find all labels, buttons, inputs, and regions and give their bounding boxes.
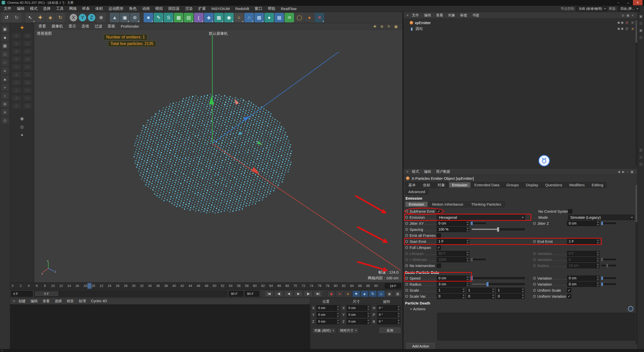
- palette-slot-16[interactable]: □: [23, 87, 32, 93]
- viewport-solo-icon[interactable]: ◎: [1, 100, 9, 108]
- layout-tab-icon-1[interactable]: ▣: [639, 14, 643, 19]
- anim-dot[interactable]: [405, 210, 408, 213]
- coord-field[interactable]: 0 °: [377, 312, 400, 318]
- anim-dot[interactable]: [405, 295, 408, 298]
- goto-start-button[interactable]: |◀: [264, 291, 273, 297]
- menu-item-11[interactable]: 动画: [139, 6, 152, 12]
- object-row-圆柱[interactable]: ▮圆柱✓●: [404, 26, 637, 32]
- close-button[interactable]: ✕: [633, 0, 642, 5]
- layout-tab-icon-4[interactable]: □: [639, 35, 643, 40]
- object-menu-5[interactable]: 标签: [458, 13, 470, 18]
- menu-item-9[interactable]: 运动图形: [106, 6, 126, 12]
- scale-3-field[interactable]: 1: [496, 288, 525, 293]
- viewport-tool-icon-2[interactable]: ⊕: [379, 24, 385, 29]
- dock-tab-icon-3[interactable]: □: [639, 162, 643, 166]
- scale-1-field[interactable]: 1: [437, 288, 465, 293]
- menu-item-15[interactable]: 扩展: [195, 6, 209, 12]
- speed-right-slider-handle[interactable]: [601, 277, 603, 280]
- make-editable-icon[interactable]: ▣: [1, 25, 9, 33]
- emission-right-dropdown[interactable]: Simulate (Legacy): [568, 215, 634, 220]
- tab-modifiers[interactable]: Modifiers: [566, 182, 588, 188]
- radius-right-stepper[interactable]: [596, 282, 599, 287]
- coord-system-icon[interactable]: ⊕: [96, 13, 106, 22]
- palette-slot-8[interactable]: ◇: [23, 56, 32, 62]
- birthrate-field[interactable]: 1000: [437, 257, 469, 262]
- viewport-tool-icon-1[interactable]: ✚: [372, 24, 378, 29]
- light-object-icon[interactable]: ○: [234, 13, 244, 22]
- spacing-field[interactable]: 100 %: [437, 227, 469, 232]
- emit-all-frames-checkbox[interactable]: [437, 233, 441, 238]
- add-palette-icon[interactable]: ✚: [19, 25, 25, 31]
- scale-var-2-stepper[interactable]: [491, 294, 495, 299]
- xparticles-icon[interactable]: ✕: [315, 13, 324, 22]
- dock-tab-icon-2[interactable]: ○: [639, 155, 643, 159]
- subdivision-surface-icon[interactable]: ▦: [174, 13, 183, 22]
- birthrate-stepper[interactable]: [466, 257, 469, 262]
- maximize-button[interactable]: □: [623, 0, 633, 5]
- scroll-thumb[interactable]: [635, 20, 637, 43]
- coord-field[interactable]: 0 °: [377, 319, 400, 324]
- check-tag-icon[interactable]: ✓: [630, 20, 635, 25]
- viewport-menu-6[interactable]: 面板: [105, 24, 118, 29]
- palette-slot-18[interactable]: ○: [23, 95, 32, 101]
- jitter-right-slider-handle[interactable]: [601, 222, 603, 225]
- subframe-emit-right-checkbox[interactable]: [568, 209, 572, 213]
- burger-icon[interactable]: ≡: [12, 299, 16, 303]
- object-manager-tool-icon-2[interactable]: ▣: [627, 14, 629, 17]
- material-menu-7[interactable]: Cycles 4D: [89, 299, 110, 303]
- visibility-dot[interactable]: [621, 28, 623, 30]
- birthrate-right-stepper[interactable]: [596, 257, 599, 262]
- viewport-tool-icon-3[interactable]: ↻: [386, 24, 392, 29]
- anim-dot[interactable]: [405, 289, 408, 292]
- current-frame-box[interactable]: 19 F: [385, 283, 401, 288]
- speed-field[interactable]: 0 cm: [437, 276, 469, 281]
- menu-item-14[interactable]: 渲染: [182, 6, 195, 12]
- prev-key-button[interactable]: ◀|: [274, 291, 283, 297]
- prev-frame-button[interactable]: ◀: [284, 291, 293, 297]
- no-intersection-checkbox[interactable]: [437, 263, 441, 268]
- scale-var-1-stepper[interactable]: [462, 294, 465, 299]
- timeline-ruler[interactable]: 0246810121416182022242628303234363840424…: [10, 282, 403, 289]
- anim-dot[interactable]: [533, 277, 536, 280]
- attribute-menu-1[interactable]: 模式: [410, 169, 422, 174]
- scale-2-field[interactable]: 1: [466, 288, 495, 293]
- menu-item-13[interactable]: 跟踪器: [166, 6, 182, 12]
- palette-slot-12[interactable]: ○: [23, 72, 32, 78]
- orange-tag-icon[interactable]: ●: [630, 26, 635, 31]
- tab-groups[interactable]: Groups: [503, 182, 522, 188]
- viewport-menu-7[interactable]: ProRender: [118, 24, 142, 28]
- volume-builder-icon[interactable]: ▩: [254, 13, 264, 22]
- jitter-slider-handle[interactable]: [471, 222, 473, 225]
- move-gizmo[interactable]: [209, 35, 400, 270]
- menu-item-4[interactable]: 选择: [40, 6, 53, 12]
- interface-dropdown[interactable]: 启动 (界...: [618, 6, 640, 11]
- no-intersection-right-stepper[interactable]: [596, 263, 599, 268]
- material-list-area[interactable]: [10, 304, 310, 349]
- visibility-dot[interactable]: [618, 22, 620, 24]
- birthrate-mini-slider[interactable]: [471, 259, 486, 260]
- power-slider[interactable]: 0 F: [34, 291, 227, 297]
- render-settings-icon[interactable]: ⊛: [130, 13, 140, 22]
- menu-item-8[interactable]: 体积: [93, 6, 106, 12]
- material-menu-1[interactable]: 创建: [16, 299, 28, 303]
- scale-tool-icon[interactable]: ◈: [46, 13, 55, 22]
- end-frame-field[interactable]: 90 F: [229, 291, 243, 297]
- jitter-right-stepper[interactable]: [596, 221, 599, 226]
- subtab-emission[interactable]: Emission: [405, 201, 428, 207]
- material-menu-5[interactable]: 材质: [64, 299, 76, 303]
- menu-item-17[interactable]: Redshift: [232, 6, 252, 12]
- coord-field[interactable]: 0 cm: [316, 312, 340, 318]
- viewport-menu-5[interactable]: 过滤: [92, 24, 105, 29]
- duration-field[interactable]: 90 F: [245, 291, 259, 297]
- coord-field[interactable]: 0 °: [377, 305, 400, 311]
- tab-advanced[interactable]: Advanced: [405, 189, 428, 195]
- radius-right-field[interactable]: 0 cm: [567, 282, 600, 287]
- object-manager-tool-icon-1[interactable]: ◎: [622, 14, 624, 17]
- scale-1-stepper[interactable]: [462, 288, 465, 293]
- tab-基本[interactable]: 基本: [405, 182, 419, 188]
- radius-field[interactable]: 3 cm: [437, 282, 469, 287]
- tab-坐标[interactable]: 坐标: [420, 182, 434, 188]
- object-menu-4[interactable]: 对象: [446, 13, 458, 18]
- lifespan-right-stepper[interactable]: [596, 251, 599, 256]
- snap-round-icon-3[interactable]: ●: [21, 133, 23, 138]
